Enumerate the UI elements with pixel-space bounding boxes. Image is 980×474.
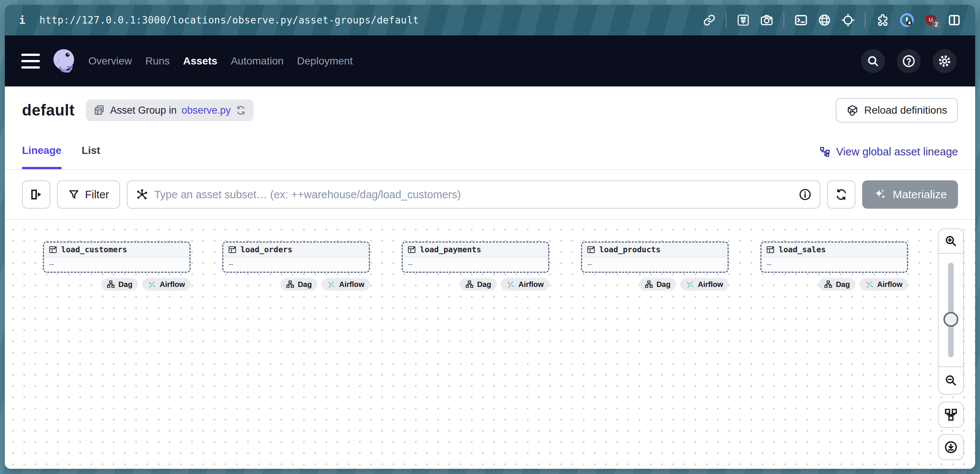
airflow-icon [506, 280, 515, 289]
asset-node-name: load_products [599, 245, 660, 254]
download-icon [944, 441, 958, 454]
nav-item-deployment[interactable]: Deployment [297, 55, 353, 67]
zoom-in-button[interactable] [939, 229, 963, 254]
asset-node-load-products[interactable]: load_products – [581, 241, 729, 273]
filter-button[interactable]: Filter [57, 180, 120, 209]
view-global-asset-lineage-label: View global asset lineage [836, 146, 958, 158]
observable-table-icon [587, 245, 595, 254]
dagster-logo[interactable] [49, 46, 78, 76]
split-view-icon[interactable] [948, 13, 961, 27]
code-location-link[interactable]: observe.py [181, 105, 231, 116]
tag-dag[interactable]: Dag [101, 278, 138, 291]
asset-node-load-payments[interactable]: load_payments – [402, 241, 549, 273]
asset-node-load-orders[interactable]: load_orders – [222, 241, 370, 273]
asset-node-name: load_orders [240, 245, 292, 254]
tag-dag[interactable]: Dag [639, 278, 676, 291]
refresh-graph-button[interactable] [827, 180, 856, 209]
materialize-label: Materialize [893, 188, 947, 201]
tag-airflow[interactable]: Airflow [859, 278, 908, 291]
nav-item-overview[interactable]: Overview [88, 55, 132, 67]
tag-dag[interactable]: Dag [819, 278, 856, 291]
asset-node-name: load_payments [420, 245, 481, 254]
link-icon[interactable] [703, 14, 716, 27]
tab-lineage[interactable]: Lineage [22, 134, 62, 169]
asset-node-value: – [229, 259, 233, 269]
zoom-slider-track[interactable] [948, 263, 954, 357]
crosshair-icon[interactable] [841, 13, 855, 27]
refresh-icon [835, 188, 848, 201]
airflow-icon [327, 280, 336, 289]
reload-definitions-button[interactable]: Reload definitions [836, 98, 958, 123]
rearrange-layout-button[interactable] [938, 402, 964, 428]
graph-layout-icon [944, 408, 958, 422]
zoom-out-button[interactable] [939, 366, 963, 394]
reload-definitions-icon [846, 104, 858, 116]
tag-airflow[interactable]: Airflow [142, 278, 191, 291]
lineage-toolbar: Filter [5, 170, 975, 220]
download-image-button[interactable] [938, 434, 964, 460]
help-icon[interactable] [897, 49, 921, 73]
tag-airflow[interactable]: Airflow [321, 278, 370, 291]
shield-icon[interactable]: U 2 [924, 13, 937, 27]
materialize-button[interactable]: Materialize [862, 180, 958, 209]
observable-table-icon [407, 245, 416, 254]
search-icon[interactable] [861, 49, 885, 73]
toolbar-divider [783, 12, 784, 28]
url-text[interactable]: http://127.0.0.1:3000/locations/observe.… [40, 14, 419, 26]
asset-selection-icon [136, 188, 148, 201]
tag-dag[interactable]: Dag [460, 278, 497, 291]
sparkle-icon [873, 188, 887, 201]
zoom-controls [938, 228, 964, 395]
tag-dag[interactable]: Dag [280, 278, 317, 291]
view-global-asset-lineage-link[interactable]: View global asset lineage [819, 146, 958, 158]
asset-group-icon [93, 104, 105, 116]
observable-table-icon [228, 245, 237, 254]
observable-table-icon [48, 245, 57, 254]
asset-node-tags: Dag Airflow [402, 278, 549, 291]
toolbar-divider [725, 12, 726, 28]
terminal-icon[interactable] [794, 13, 808, 27]
airflow-icon [865, 280, 874, 289]
syntax-info-icon[interactable] [799, 188, 811, 201]
nav-item-assets[interactable]: Assets [183, 55, 217, 67]
asset-node-load-sales[interactable]: load_sales – [760, 241, 908, 273]
tabs-row: Lineage List View global asset lineage [5, 134, 975, 170]
nav-item-automation[interactable]: Automation [231, 55, 284, 67]
asset-node-load-customers[interactable]: load_customers – [43, 241, 191, 273]
asset-group-badge-text: Asset Group in [110, 105, 177, 116]
airflow-icon [686, 280, 694, 289]
tab-list[interactable]: List [82, 134, 100, 169]
app-header: Overview Runs Assets Automation Deployme… [5, 35, 975, 86]
page-info-icon[interactable]: i [19, 14, 25, 27]
reload-location-icon[interactable] [235, 105, 246, 116]
main-nav: Overview Runs Assets Automation Deployme… [88, 55, 353, 67]
lineage-canvas[interactable]: load_customers – Dag Airflow [5, 220, 975, 469]
asset-node-value: – [587, 259, 592, 269]
zoom-slider[interactable] [939, 254, 963, 366]
menu-icon[interactable] [21, 54, 40, 68]
password-manager-icon[interactable] [900, 13, 914, 27]
camera-icon[interactable] [760, 13, 773, 27]
zoom-slider-thumb[interactable] [943, 312, 958, 327]
dag-icon [824, 280, 832, 289]
header-actions [861, 49, 956, 73]
asset-subset-input[interactable] [154, 189, 793, 201]
nav-item-runs[interactable]: Runs [145, 55, 170, 67]
settings-icon[interactable] [933, 49, 956, 73]
asset-group-badge: Asset Group in observe.py [86, 100, 254, 121]
filter-funnel-icon [68, 189, 80, 200]
asset-node-name: load_sales [779, 245, 826, 254]
page-title-row: default Asset Group in observe.py R [5, 86, 975, 134]
asset-subset-field [127, 180, 820, 209]
asset-node-tags: Dag Airflow [581, 278, 729, 291]
reload-definitions-label: Reload definitions [864, 104, 947, 116]
globe-icon[interactable] [818, 13, 831, 27]
open-panel-button[interactable] [22, 180, 50, 209]
screenshot-flower-icon[interactable] [737, 13, 750, 27]
page-title: default [22, 101, 75, 119]
puzzle-icon[interactable] [876, 13, 890, 27]
observable-table-icon [766, 245, 775, 254]
tag-airflow[interactable]: Airflow [680, 278, 729, 291]
browser-url-bar: i http://127.0.0.1:3000/locations/observ… [5, 5, 975, 35]
tag-airflow[interactable]: Airflow [501, 278, 549, 291]
